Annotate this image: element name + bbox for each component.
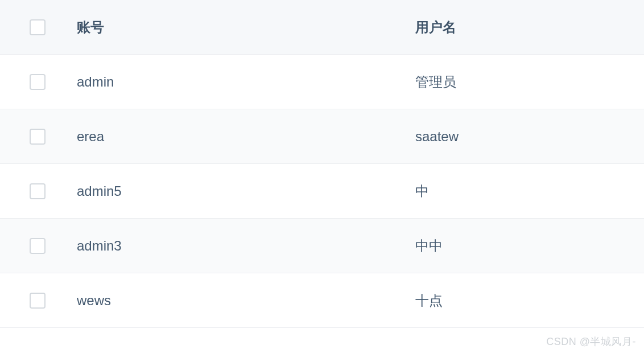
row-checkbox-cell	[0, 238, 77, 254]
header-username: 用户名	[415, 18, 644, 36]
cell-account: admin5	[77, 183, 415, 199]
table-row: erea saatew	[0, 109, 644, 164]
header-account: 账号	[77, 18, 415, 36]
cell-username: 中中	[415, 237, 644, 255]
table-row: admin 管理员	[0, 55, 644, 109]
table-row: wews 十点	[0, 273, 644, 328]
row-checkbox[interactable]	[30, 293, 46, 309]
row-checkbox-cell	[0, 293, 77, 309]
cell-username: 中	[415, 182, 644, 200]
row-checkbox[interactable]	[30, 74, 46, 90]
cell-account: wews	[77, 293, 415, 309]
row-checkbox[interactable]	[30, 183, 46, 199]
cell-account: admin3	[77, 238, 415, 254]
header-checkbox-cell	[0, 19, 77, 35]
row-checkbox-cell	[0, 129, 77, 145]
row-checkbox[interactable]	[30, 238, 46, 254]
cell-username: saatew	[415, 129, 644, 145]
select-all-checkbox[interactable]	[30, 19, 46, 35]
cell-account: admin	[77, 74, 415, 90]
watermark: CSDN @半城风月-	[546, 335, 636, 348]
cell-account: erea	[77, 129, 415, 145]
cell-username: 管理员	[415, 73, 644, 91]
cell-username: 十点	[415, 292, 644, 310]
row-checkbox-cell	[0, 183, 77, 199]
user-table: 账号 用户名 admin 管理员 erea saatew admin5 中 ad…	[0, 0, 644, 328]
table-row: admin3 中中	[0, 219, 644, 273]
row-checkbox-cell	[0, 74, 77, 90]
table-row: admin5 中	[0, 164, 644, 219]
table-header-row: 账号 用户名	[0, 0, 644, 55]
row-checkbox[interactable]	[30, 129, 46, 145]
